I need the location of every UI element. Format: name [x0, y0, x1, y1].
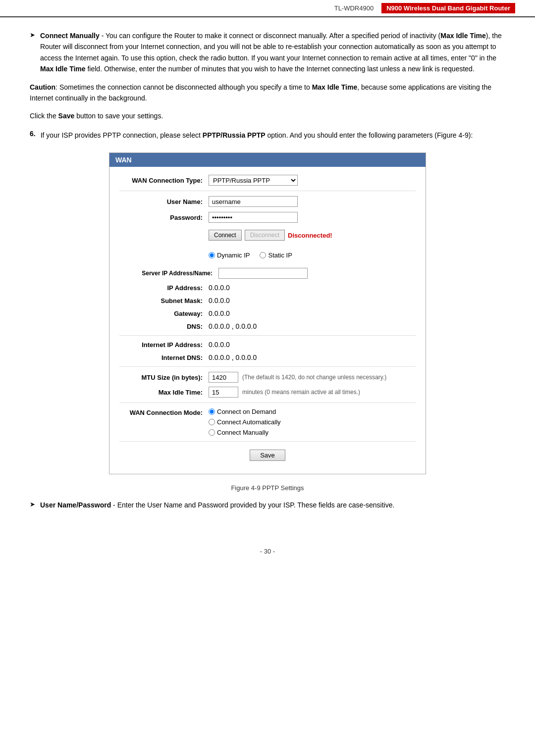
internet-ip-row: Internet IP Address: 0.0.0.0 [119, 341, 416, 349]
bullet-arrow-2: ➤ [30, 501, 35, 508]
header-model: TL-WDR4900 [334, 4, 374, 12]
connect-manually-dash: - [102, 32, 106, 40]
numbered-item-6: 6. If your ISP provides PPTP connection,… [30, 130, 505, 141]
max-idle-row: Max Idle Time: minutes (0 means remain a… [119, 387, 416, 398]
subnet-mask-value: 0.0.0.0 [209, 297, 230, 304]
mode-manual-label[interactable]: Connect Manually [209, 429, 281, 436]
connection-status: Disconnected! [288, 232, 332, 239]
mode-demand-label[interactable]: Connect on Demand [209, 408, 281, 415]
bullet-connect-manually: ➤ Connect Manually - You can configure t… [30, 30, 505, 75]
internet-dns-value: 0.0.0.0 , 0.0.0.0 [209, 353, 257, 361]
subnet-mask-label: Subnet Mask: [119, 297, 209, 304]
number-6-label: 6. [30, 130, 36, 138]
internet-dns-row: Internet DNS: 0.0.0.0 , 0.0.0.0 [119, 353, 416, 361]
bullet2-text: Enter the User Name and Password provide… [117, 501, 395, 509]
max-idle-input[interactable] [209, 387, 238, 398]
static-ip-label: Static IP [268, 252, 292, 259]
connect-button[interactable]: Connect [209, 230, 242, 241]
max-idle-time-ref2: Max Idle Time [40, 65, 86, 73]
user-name-row: User Name: [119, 196, 416, 207]
mtu-input[interactable] [209, 372, 238, 383]
server-ip-row: Server IP Address/Name: [119, 268, 416, 279]
static-ip-radio-label[interactable]: Static IP [260, 252, 292, 259]
user-name-label: User Name: [119, 198, 209, 205]
connection-type-row: WAN Connection Type: PPTP/Russia PPTP [119, 175, 416, 186]
wan-mode-label: WAN Connection Mode: [119, 409, 209, 416]
numbered-6-text2: option. And you should enter the followi… [266, 131, 473, 139]
connect-manually-text1: You can configure the Router to make it … [106, 32, 440, 40]
divider-4 [119, 403, 416, 403]
server-ip-input[interactable] [218, 268, 308, 279]
dynamic-ip-radio-label[interactable]: Dynamic IP [209, 252, 250, 259]
page-header: TL-WDR4900 N900 Wireless Dual Band Gigab… [0, 0, 535, 17]
save-note-text1: Click the [30, 112, 58, 120]
divider-2 [119, 335, 416, 336]
bullet-username-password: ➤ User Name/Password - Enter the User Na… [30, 500, 505, 510]
numbered-6-text1: If your ISP provides PPTP connection, pl… [41, 131, 203, 139]
dns-row: DNS: 0.0.0.0 , 0.0.0.0 [119, 322, 416, 330]
max-idle-label: Max Idle Time: [119, 389, 209, 396]
mode-manual-radio[interactable] [209, 429, 215, 436]
dynamic-ip-label: Dynamic IP [217, 252, 250, 259]
caution-max-idle: Max Idle Time [312, 83, 358, 91]
mode-manual-text: Connect Manually [217, 429, 268, 436]
ip-address-label: IP Address: [119, 284, 209, 292]
mtu-row: MTU Size (in bytes): (The default is 142… [119, 372, 416, 383]
user-name-input[interactable] [209, 196, 298, 207]
gateway-label: Gateway: [119, 310, 209, 317]
dynamic-ip-radio[interactable] [209, 252, 215, 258]
mtu-desc: (The default is 1420, do not change unle… [242, 374, 386, 381]
mode-auto-text: Connect Automatically [217, 418, 281, 426]
gateway-value: 0.0.0.0 [209, 309, 230, 317]
wan-form-box: WAN WAN Connection Type: PPTP/Russia PPT… [109, 152, 426, 474]
bullet-text-1: Connect Manually - You can configure the… [40, 30, 505, 75]
bullet-arrow-1: ➤ [30, 31, 35, 39]
ip-address-value: 0.0.0.0 [209, 284, 230, 292]
wan-box-body: WAN Connection Type: PPTP/Russia PPTP Us… [109, 167, 426, 474]
wan-box-header: WAN [109, 153, 426, 167]
save-note-text2: button to save your settings. [74, 112, 163, 120]
save-row: Save [119, 450, 416, 466]
divider-1 [119, 191, 416, 191]
caution-label: Caution [30, 83, 55, 91]
save-note: Click the Save button to save your setti… [30, 110, 505, 121]
internet-ip-value: 0.0.0.0 [209, 341, 230, 349]
caution-text1: : Sometimes the connection cannot be dis… [55, 83, 312, 91]
mode-auto-radio[interactable] [209, 419, 215, 425]
static-ip-radio[interactable] [260, 252, 266, 258]
subnet-mask-row: Subnet Mask: 0.0.0.0 [119, 297, 416, 304]
ip-type-row: Dynamic IP Static IP [119, 248, 416, 263]
max-idle-time-ref1: Max Idle Time [440, 32, 486, 40]
main-content: ➤ Connect Manually - You can configure t… [0, 25, 535, 533]
mtu-label: MTU Size (in bytes): [119, 374, 209, 381]
user-name-password-label: User Name/Password [40, 501, 111, 509]
bullet2-dash: - [113, 501, 117, 509]
btn-group: Connect Disconnect Disconnected! [209, 230, 332, 241]
password-row: Password: [119, 212, 416, 223]
figure-caption: Figure 4-9 PPTP Settings [30, 484, 505, 492]
password-input[interactable] [209, 212, 298, 223]
mode-demand-text: Connect on Demand [217, 408, 276, 415]
pptp-bold: PPTP/Russia PPTP [203, 131, 266, 139]
gateway-row: Gateway: 0.0.0.0 [119, 309, 416, 317]
dns-label: DNS: [119, 323, 209, 330]
connection-type-select[interactable]: PPTP/Russia PPTP [209, 175, 298, 186]
server-ip-label: Server IP Address/Name: [119, 270, 218, 277]
connect-manually-label: Connect Manually [40, 32, 100, 40]
internet-ip-label: Internet IP Address: [119, 341, 209, 349]
wan-mode-row: WAN Connection Mode: Connect on Demand C… [119, 408, 416, 436]
bullet-text-2: User Name/Password - Enter the User Name… [40, 500, 394, 510]
page-number: - 30 - [260, 548, 275, 555]
mode-demand-radio[interactable] [209, 408, 215, 415]
dns-value: 0.0.0.0 , 0.0.0.0 [209, 322, 257, 330]
page-footer: - 30 - [0, 548, 535, 555]
save-button[interactable]: Save [250, 450, 285, 461]
max-idle-desc: minutes (0 means remain active at all ti… [242, 389, 360, 396]
ip-type-radio-group: Dynamic IP Static IP [209, 252, 292, 259]
ip-address-row: IP Address: 0.0.0.0 [119, 284, 416, 292]
mode-auto-label[interactable]: Connect Automatically [209, 418, 281, 426]
divider-5 [119, 441, 416, 442]
password-label: Password: [119, 214, 209, 221]
header-title: N900 Wireless Dual Band Gigabit Router [381, 3, 515, 13]
disconnect-button[interactable]: Disconnect [245, 230, 285, 241]
